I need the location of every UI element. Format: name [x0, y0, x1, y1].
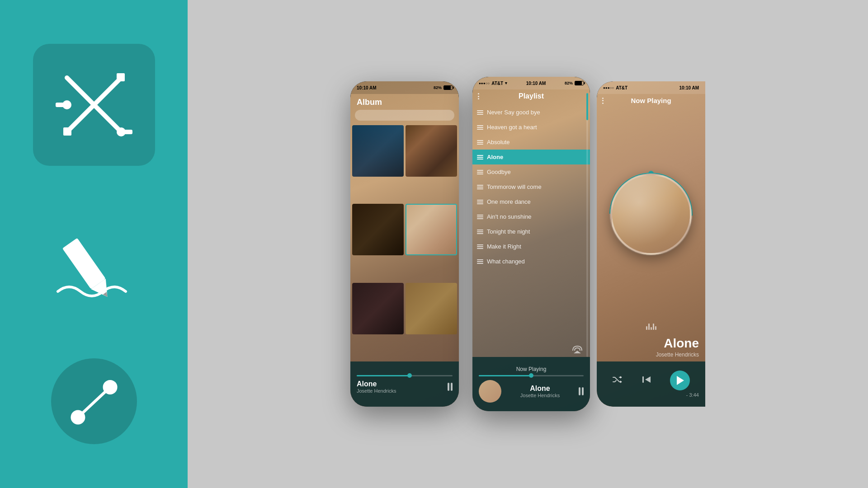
album-np-title: Alone — [357, 380, 396, 388]
track-title: Goodbye — [487, 169, 511, 175]
np-eq-icon[interactable] — [646, 324, 656, 330]
playlist-header: Playlist — [472, 89, 590, 103]
np-track-name: Alone — [597, 333, 705, 352]
track-handle-icon — [477, 244, 483, 249]
track-handle-icon — [477, 259, 483, 264]
track-handle-icon — [477, 125, 483, 130]
track-what-changed[interactable]: What changed — [472, 254, 590, 269]
connector-icon — [53, 64, 135, 145]
track-title: Tonight the night — [487, 228, 530, 235]
album-np-info: Alone Josette Hendricks — [357, 380, 453, 394]
album-thumb-dark-woman[interactable] — [352, 283, 404, 334]
playlist-status-bar: ●●●○○ AT&T ▾ 10:10 AM 82% — [472, 77, 590, 89]
album-battery-pct: 82% — [434, 85, 442, 90]
line-icon-area — [51, 358, 137, 444]
track-heaven-got-a-heart[interactable]: Heaven got a heart — [472, 120, 590, 135]
track-make-it-right[interactable]: Make it Right — [472, 239, 590, 254]
np-eq-area — [597, 321, 705, 333]
playlist-carrier: ●●●○○ AT&T ▾ — [479, 81, 507, 86]
playlist-np-title: Alone — [501, 385, 579, 393]
np-controls-row — [603, 371, 699, 390]
track-aint-no-sunshine[interactable]: Ain't no sunshine — [472, 209, 590, 224]
svg-marker-19 — [645, 376, 651, 383]
track-handle-icon — [477, 185, 483, 189]
playlist-battery-icon — [575, 81, 584, 85]
track-handle-icon — [477, 200, 483, 204]
album-status-right: 82% — [434, 85, 453, 90]
skip-back-button[interactable] — [642, 375, 651, 386]
playlist-now-playing-label: Now Playing — [479, 366, 584, 372]
track-title: Tommorow will come — [487, 183, 542, 190]
track-title: Absolute — [487, 139, 510, 145]
track-tomorrow-will-come[interactable]: Tommorow will come — [472, 179, 590, 194]
np-full-header: Now Playing — [597, 94, 705, 107]
np-controls: - 3:44 — [597, 361, 705, 407]
album-progress-bar[interactable] — [357, 375, 453, 376]
svg-rect-7 — [63, 127, 71, 136]
playlist-list: Never Say good bye Heaven got a heart — [472, 103, 590, 357]
track-title: What changed — [487, 258, 525, 265]
album-pause-button[interactable] — [448, 383, 453, 391]
np-status-bar: ●●●○○ AT&T 10:10 AM — [597, 81, 705, 94]
album-thumb-guitar[interactable] — [352, 204, 404, 255]
playlist-scrollbar-thumb — [586, 93, 588, 120]
playlist-phone: ●●●○○ AT&T ▾ 10:10 AM 82% — [472, 77, 590, 411]
track-handle-icon — [477, 215, 483, 219]
album-thumb-woman[interactable] — [406, 204, 457, 255]
album-thumb-hat[interactable] — [406, 283, 457, 334]
track-title: Never Say good bye — [487, 109, 540, 116]
track-alone[interactable]: Alone — [472, 150, 590, 164]
album-np-text: Alone Josette Hendricks — [357, 380, 396, 394]
playlist-now-playing-bar: Now Playing Alone Josette Hendricks — [472, 357, 590, 411]
playlist-time: 10:10 AM — [526, 81, 546, 86]
np-header-title: Now Playing — [631, 97, 671, 104]
track-handle-icon — [477, 155, 483, 160]
track-title: Make it Right — [487, 243, 521, 250]
playlist-progress-bar[interactable] — [479, 375, 584, 376]
track-handle-icon — [477, 140, 483, 145]
playlist-np-text: Alone Josette Hendricks — [501, 385, 579, 398]
playlist-status-right: 82% — [565, 81, 584, 85]
album-search-bar[interactable] — [355, 110, 454, 121]
track-handle-icon — [477, 170, 483, 174]
album-thumb-bridge[interactable] — [352, 125, 404, 177]
album-title: Album — [350, 94, 459, 110]
np-carrier: ●●●○○ AT&T — [603, 85, 627, 90]
album-np-artist: Josette Hendricks — [357, 388, 396, 394]
playlist-pause-button[interactable] — [579, 387, 584, 395]
nowplaying-phone: ●●●○○ AT&T 10:10 AM Now Playing — [597, 81, 705, 407]
svg-line-14 — [78, 387, 110, 418]
phones-area: 10:10 AM 82% Album — [188, 0, 868, 488]
np-track-artist: Josette Hendricks — [597, 352, 705, 361]
track-absolute[interactable]: Absolute — [472, 135, 590, 150]
play-button[interactable] — [670, 371, 690, 390]
album-thumb-wood[interactable] — [406, 125, 457, 177]
shuffle-button[interactable] — [612, 375, 623, 386]
track-never-say-goodbye[interactable]: Never Say good bye — [472, 105, 590, 120]
track-goodbye[interactable]: Goodbye — [472, 164, 590, 179]
svg-marker-15 — [574, 351, 581, 353]
playlist-np-artist: Josette Hendricks — [501, 393, 579, 398]
np-menu-dots[interactable] — [602, 98, 604, 104]
track-tonight-the-night[interactable]: Tonight the night — [472, 224, 590, 239]
playlist-menu-dots[interactable] — [478, 93, 479, 99]
np-time-remaining: - 3:44 — [603, 390, 699, 398]
connector-icon-box — [33, 44, 155, 166]
album-status-bar: 10:10 AM 82% — [350, 81, 459, 94]
track-handle-icon — [477, 110, 483, 115]
track-title: Heaven got a heart — [487, 124, 537, 131]
album-now-playing-bar: Alone Josette Hendricks — [350, 361, 459, 407]
np-time: 10:10 AM — [679, 85, 699, 90]
playlist-np-avatar — [479, 380, 501, 403]
pencil-icon — [44, 224, 144, 300]
track-handle-icon — [477, 230, 483, 234]
playlist-title: Playlist — [519, 92, 544, 100]
track-title: Alone — [487, 154, 503, 160]
album-battery-icon — [443, 85, 453, 90]
track-one-more-dance[interactable]: One more dance — [472, 194, 590, 209]
svg-rect-20 — [642, 376, 644, 383]
svg-rect-5 — [56, 103, 65, 107]
airplay-icon[interactable] — [571, 344, 584, 356]
playlist-scrollbar[interactable] — [586, 93, 588, 357]
playlist-battery-pct: 82% — [565, 81, 573, 85]
